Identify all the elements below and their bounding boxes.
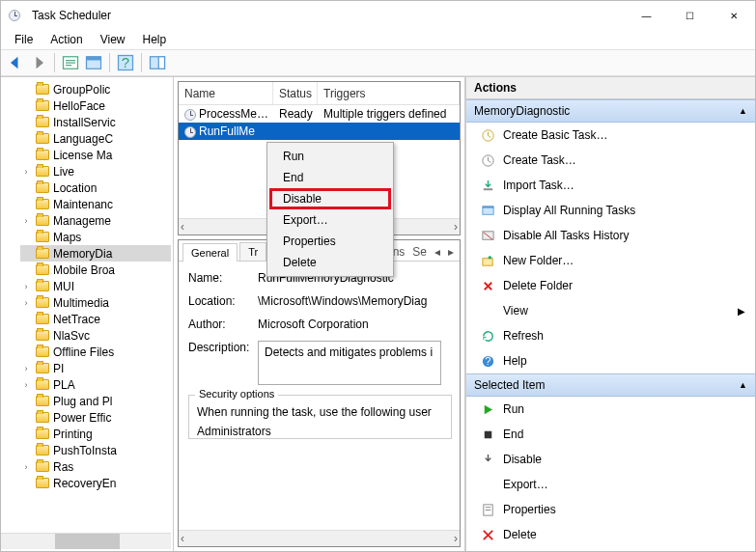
- toolbar-action-icon[interactable]: [60, 52, 81, 73]
- action-item[interactable]: Disable All Tasks History: [466, 223, 755, 248]
- tree-item[interactable]: HelloFace: [20, 97, 171, 114]
- tab-triggers[interactable]: Tr: [239, 242, 266, 261]
- tree-item[interactable]: ›MUI: [20, 278, 171, 294]
- tree-h-scrollbar[interactable]: [1, 533, 171, 549]
- col-triggers[interactable]: Triggers: [318, 82, 460, 104]
- actions-section-context-label: MemoryDiagnostic: [474, 104, 570, 118]
- forward-button[interactable]: [28, 52, 49, 73]
- action-item[interactable]: Create Basic Task…: [466, 123, 755, 148]
- tree-twisty-icon[interactable]: ›: [20, 167, 32, 177]
- action-item-label: Disable All Tasks History: [503, 229, 630, 242]
- security-line2: Administrators: [197, 425, 443, 438]
- action-item[interactable]: Run: [466, 397, 755, 422]
- context-menu-item[interactable]: Export…: [269, 209, 391, 231]
- context-menu[interactable]: RunEndDisableExport…PropertiesDelete: [266, 142, 394, 277]
- context-menu-item[interactable]: Run: [269, 146, 391, 167]
- tree-twisty-icon[interactable]: ›: [20, 298, 32, 308]
- title-bar: Task Scheduler — ☐ ✕: [1, 1, 755, 30]
- task-row[interactable]: RunFullMe: [179, 123, 460, 140]
- task-name-cell: ProcessMe…: [179, 107, 273, 121]
- tab-scroll-left[interactable]: ◂: [431, 243, 444, 261]
- actions-section-selected[interactable]: Selected Item ▲: [466, 373, 755, 397]
- tree-item-label: NlaSvc: [53, 329, 90, 343]
- action-item[interactable]: Display All Running Tasks: [466, 198, 755, 223]
- tree-item[interactable]: ›PLA: [20, 376, 171, 393]
- action-item[interactable]: Import Task…: [466, 173, 755, 198]
- col-name[interactable]: Name: [179, 82, 273, 104]
- tree-item[interactable]: ›Ras: [20, 458, 171, 475]
- tree-item-label: Maintenanc: [53, 198, 113, 211]
- task-row[interactable]: ProcessMe…ReadyMultiple triggers defined: [179, 105, 460, 123]
- minimize-button[interactable]: —: [625, 1, 668, 30]
- back-button[interactable]: [5, 52, 26, 73]
- tree-item[interactable]: PushToInsta: [20, 442, 171, 458]
- folder-icon: [36, 379, 49, 390]
- value-location: \Microsoft\Windows\MemoryDiag: [258, 294, 427, 308]
- action-item[interactable]: Export…: [466, 472, 755, 497]
- tree-item[interactable]: Location: [20, 179, 171, 196]
- tree-item[interactable]: Maps: [20, 229, 171, 245]
- col-status[interactable]: Status: [273, 82, 318, 104]
- folder-tree[interactable]: GroupPolicHelloFaceInstallServicLanguage…: [1, 81, 171, 533]
- action-item[interactable]: Disable: [466, 447, 755, 472]
- tree-item[interactable]: MemoryDia: [20, 245, 171, 262]
- tree-item[interactable]: ›PI: [20, 360, 171, 376]
- tree-twisty-icon[interactable]: ›: [20, 282, 32, 291]
- tree-item[interactable]: GroupPolic: [20, 81, 171, 97]
- menu-help[interactable]: Help: [135, 31, 175, 48]
- context-menu-item[interactable]: End: [269, 167, 391, 188]
- toolbar-help-icon[interactable]: ?: [115, 52, 136, 73]
- menu-file[interactable]: File: [7, 31, 41, 48]
- tree-twisty-icon[interactable]: ›: [20, 216, 32, 226]
- value-description[interactable]: Detects and mitigates problems i: [258, 341, 441, 385]
- tree-item[interactable]: NlaSvc: [20, 327, 171, 344]
- maximize-button[interactable]: ☐: [668, 1, 712, 30]
- disable-icon: [480, 228, 495, 243]
- menu-view[interactable]: View: [93, 31, 133, 48]
- action-item[interactable]: End: [466, 422, 755, 447]
- tree-item[interactable]: RecoveryEn: [20, 475, 171, 491]
- menu-action[interactable]: Action: [42, 31, 90, 48]
- toolbar-pane-icon[interactable]: [83, 52, 104, 73]
- actions-section-context[interactable]: MemoryDiagnostic ▲: [466, 99, 755, 123]
- action-item[interactable]: Delete: [466, 522, 755, 547]
- action-item[interactable]: Properties: [466, 497, 755, 522]
- tree-item[interactable]: Mobile Broa: [20, 262, 171, 278]
- tree-twisty-icon[interactable]: ›: [20, 364, 32, 373]
- tree-item[interactable]: ›Multimedia: [20, 294, 171, 311]
- tree-item[interactable]: Power Effic: [20, 409, 171, 426]
- action-item[interactable]: Delete Folder: [466, 273, 755, 298]
- tree-item[interactable]: InstallServic: [20, 114, 171, 130]
- tree-item[interactable]: License Ma: [20, 147, 171, 163]
- tree-item[interactable]: NetTrace: [20, 311, 171, 327]
- action-item[interactable]: Refresh: [466, 323, 755, 348]
- collapse-icon[interactable]: ▲: [739, 380, 747, 390]
- context-menu-item[interactable]: Disable: [269, 188, 391, 209]
- context-menu-item[interactable]: Delete: [269, 252, 391, 273]
- action-item[interactable]: Create Task…: [466, 148, 755, 173]
- tree-item[interactable]: ›Live: [20, 163, 171, 179]
- action-item[interactable]: New Folder…: [466, 248, 755, 273]
- tree-item[interactable]: Maintenanc: [20, 196, 171, 212]
- tree-twisty-icon[interactable]: ›: [20, 462, 32, 472]
- svg-rect-9: [483, 188, 491, 190]
- tree-item-label: NetTrace: [53, 313, 100, 326]
- actions-section-selected-label: Selected Item: [474, 378, 545, 392]
- tree-item[interactable]: Plug and Pl: [20, 393, 171, 409]
- action-item[interactable]: ?Help: [466, 348, 755, 373]
- tab-scroll-right[interactable]: ▸: [444, 243, 458, 261]
- close-button[interactable]: ✕: [712, 1, 755, 30]
- tab-general[interactable]: General: [182, 243, 238, 262]
- tree-item[interactable]: Printing: [20, 426, 171, 442]
- task-list-header[interactable]: Name Status Triggers: [179, 82, 460, 105]
- tree-item[interactable]: ›Manageme: [20, 212, 171, 229]
- context-menu-item[interactable]: Properties: [269, 231, 391, 252]
- action-item[interactable]: View▶: [466, 298, 755, 323]
- detail-h-scrollbar[interactable]: ‹›: [179, 530, 460, 546]
- tree-item[interactable]: LanguageC: [20, 130, 171, 147]
- tree-twisty-icon[interactable]: ›: [20, 380, 32, 390]
- tree-item[interactable]: Offline Files: [20, 344, 171, 360]
- toolbar-pane2-icon[interactable]: [147, 52, 168, 73]
- tab-overflow-right[interactable]: Se: [408, 243, 431, 261]
- collapse-icon[interactable]: ▲: [739, 106, 747, 116]
